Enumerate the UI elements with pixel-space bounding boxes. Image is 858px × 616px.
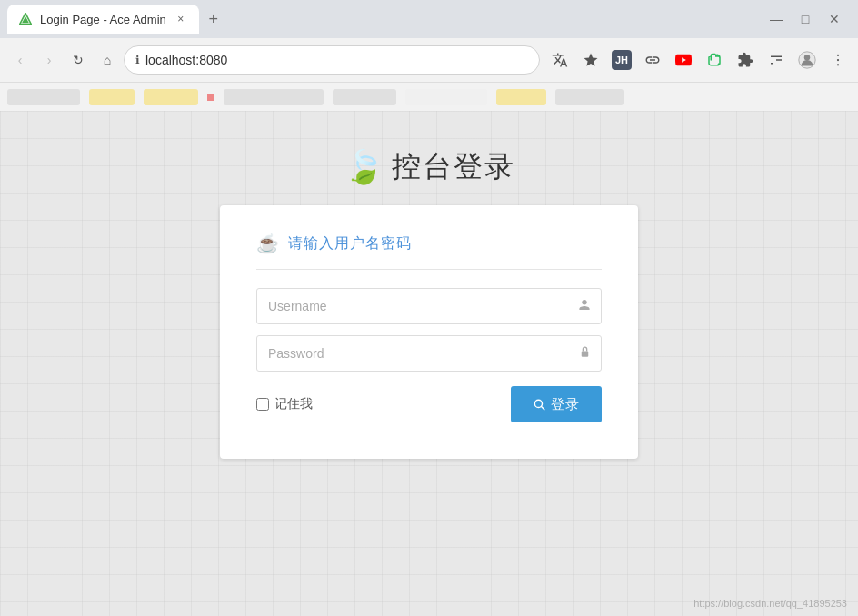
evernote-icon[interactable] [702,47,727,73]
bookmark-1[interactable] [7,89,80,105]
forward-button[interactable]: › [36,47,62,73]
extensions-icon[interactable] [733,47,758,73]
youtube-icon[interactable] [671,47,696,73]
account-icon[interactable] [794,47,820,73]
refresh-button[interactable]: ↻ [65,47,91,73]
active-tab[interactable]: Login Page - Ace Admin × [7,5,199,34]
browser-chrome: Login Page - Ace Admin × + — □ ✕ ‹ › ↻ ⌂… [0,0,858,111]
new-tab-button[interactable]: + [199,5,228,34]
title-bar: Login Page - Ace Admin × + — □ ✕ [0,0,858,38]
svg-point-6 [837,64,839,65]
svg-point-3 [804,55,810,60]
bookmark-3[interactable] [144,89,198,105]
remember-me-text: 记住我 [274,396,313,412]
minimize-button[interactable]: — [767,10,785,28]
login-button-label: 登录 [551,396,580,413]
tab-favicon [18,12,33,26]
coffee-icon: ☕ [256,233,279,254]
more-tools-icon[interactable] [763,47,789,73]
bookmarks-bar [0,82,858,111]
username-input[interactable] [256,288,602,324]
translate-icon[interactable] [547,47,573,73]
window-controls: — □ ✕ [767,10,851,28]
page-heading: 控台登录 [392,147,515,187]
remember-me-label[interactable]: 记住我 [256,396,313,412]
card-subtitle: ☕ 请输入用户名密码 [256,233,602,270]
svg-line-9 [541,406,544,410]
bookmark-5[interactable] [333,89,396,105]
chrome-menu-button[interactable] [825,47,851,73]
password-group [256,335,602,372]
bookmark-4[interactable] [224,89,324,105]
bookmark-6[interactable] [405,89,487,105]
login-card: ☕ 请输入用户名密码 记住我 [220,205,638,459]
tab-title: Login Page - Ace Admin [40,13,166,26]
remember-checkbox[interactable] [256,398,269,411]
password-input[interactable] [256,335,602,372]
tab-close-button[interactable]: × [174,12,188,26]
form-footer: 记住我 登录 [256,386,602,422]
leaf-icon: 🍃 [344,151,384,184]
url-text: localhost:8080 [145,53,227,67]
jh-extension-icon[interactable]: JH [609,47,634,73]
watermark: https://blog.csdn.net/qq_41895253 [693,598,847,609]
svg-point-4 [837,55,839,56]
bookmark-8[interactable] [555,89,624,105]
login-button[interactable]: 登录 [511,386,602,422]
link-icon[interactable] [640,47,665,73]
address-bar: ‹ › ↻ ⌂ ℹ localhost:8080 JH [0,38,858,82]
url-bar[interactable]: ℹ localhost:8080 [124,45,540,75]
bookmark-star-icon[interactable] [578,47,604,73]
home-button[interactable]: ⌂ [95,47,120,73]
page-content: 🍃 控台登录 ☕ 请输入用户名密码 [0,111,858,616]
maximize-button[interactable]: □ [796,10,814,28]
back-button[interactable]: ‹ [7,47,33,73]
bookmark-2[interactable] [89,89,135,105]
lock-icon: ℹ [135,54,140,66]
page-title-area: 🍃 控台登录 [344,147,515,187]
bookmark-dot [207,94,214,101]
close-window-button[interactable]: ✕ [825,10,843,28]
username-group [256,288,602,324]
toolbar-icons: JH [544,47,851,73]
svg-point-5 [837,59,839,61]
bookmark-7[interactable] [496,89,546,105]
subtitle-text: 请输入用户名密码 [288,234,412,253]
